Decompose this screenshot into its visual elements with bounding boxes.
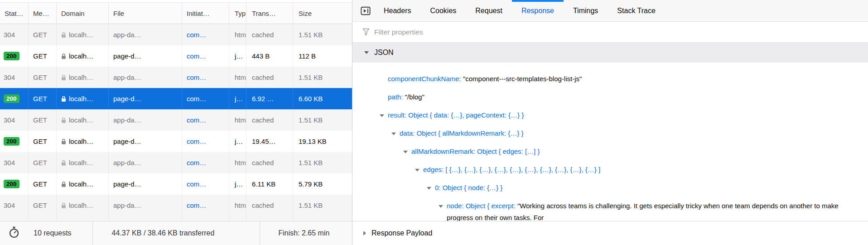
domain-cell: localh… — [57, 45, 109, 67]
status-code: 200 — [4, 94, 19, 103]
json-key: result: Object { data: {…}, pageContext:… — [388, 111, 524, 119]
request-row[interactable]: 304 GET localh… app-da… com… htm cached … — [0, 24, 352, 45]
size-cell: 1.51 KB — [293, 67, 352, 88]
column-header-label: Type — [235, 10, 246, 17]
column-header[interactable]: Trans… — [246, 3, 293, 24]
json-tree-row[interactable]: node: Object { excerpt: "Working across … — [352, 197, 868, 221]
lock-icon — [61, 74, 66, 81]
json-value: "/blog" — [405, 93, 424, 101]
details-tab[interactable]: Response — [512, 0, 564, 21]
expand-twisty-icon[interactable] — [391, 132, 396, 135]
method-cell: GET — [29, 88, 57, 109]
initiator-cell[interactable]: com… — [182, 131, 229, 152]
method-cell: GET — [29, 195, 57, 216]
json-tree-row[interactable]: edges: [ {…}, {…}, {…}, {…}, {…}, {…}, {… — [352, 161, 868, 179]
request-row[interactable]: 200 GET localh… page-d… com… j… 6.92 … 6… — [0, 88, 352, 109]
expand-twisty-icon[interactable] — [439, 205, 443, 208]
size-cell: 1.51 KB — [293, 109, 352, 131]
json-key: componentChunkName: — [388, 75, 461, 83]
lock-icon — [61, 117, 66, 123]
column-header[interactable]: Me… — [29, 3, 57, 24]
request-row[interactable]: 200 GET localh… page-d… com… j… 443 B 11… — [0, 45, 352, 67]
column-header-label: Trans… — [252, 10, 276, 17]
request-row[interactable]: 200 GET localh… page-d… com… j… 6.11 KB … — [0, 173, 352, 195]
properties-filter-row — [352, 22, 868, 43]
status-cell: 304 — [0, 67, 29, 88]
size-cell: 19.13 KB — [293, 131, 352, 152]
column-header[interactable]: Domain — [57, 3, 109, 24]
response-payload-bar[interactable]: Response Payload — [352, 221, 868, 245]
status-code: 304 — [4, 31, 15, 39]
initiator-cell[interactable]: com… — [182, 173, 229, 195]
status-code: 200 — [4, 180, 19, 188]
domain-label: localh… — [69, 31, 93, 39]
tab-label: Headers — [384, 7, 411, 15]
status-code: 304 — [4, 116, 15, 124]
file-cell: app-da… — [109, 67, 182, 88]
domain-cell: localh… — [57, 131, 109, 152]
json-section-header[interactable]: JSON — [352, 43, 868, 63]
lock-icon — [61, 181, 66, 187]
domain-label: localh… — [69, 180, 93, 188]
type-cell: j… — [229, 173, 246, 195]
details-tab[interactable]: Stack Trace — [608, 0, 665, 21]
initiator-cell[interactable]: com… — [182, 195, 229, 216]
json-key: edges: [ {…}, {…}, {…}, {…}, {…}, {…}, {… — [423, 166, 600, 173]
tab-strip: Headers Cookies Request Response Timings — [374, 0, 665, 21]
column-header-label: Stat… — [5, 10, 24, 17]
json-tree-row[interactable]: path: "/blog" — [352, 88, 868, 106]
details-tab[interactable]: Timings — [564, 0, 608, 21]
json-tree-row[interactable]: 0: Object { node: {…} } — [352, 179, 868, 197]
json-tree-row[interactable]: result: Object { data: {…}, pageContext:… — [352, 106, 868, 124]
file-cell: page-d… — [109, 131, 182, 152]
details-tab[interactable]: Request — [466, 0, 512, 21]
filter-funnel-icon — [362, 28, 370, 36]
request-details-panel: Headers Cookies Request Response Timings — [352, 0, 868, 245]
details-tab-bar: Headers Cookies Request Response Timings — [352, 0, 868, 22]
column-header[interactable]: Stat… — [0, 3, 29, 24]
details-tab[interactable]: Headers — [374, 0, 420, 21]
column-header[interactable]: File — [109, 3, 182, 24]
expand-twisty-icon[interactable] — [403, 151, 408, 153]
expand-twisty-icon[interactable] — [427, 187, 431, 190]
initiator-cell[interactable]: com… — [182, 67, 229, 88]
type-cell: j… — [229, 131, 246, 152]
tab-label: Stack Trace — [617, 7, 655, 15]
throttling-stopwatch-icon[interactable] — [8, 226, 20, 240]
initiator-cell[interactable]: com… — [182, 88, 229, 109]
file-cell: app-da… — [109, 195, 182, 216]
lock-icon — [61, 96, 66, 102]
domain-label: localh… — [69, 159, 93, 167]
method-cell: GET — [29, 131, 57, 152]
type-cell: htm — [229, 67, 246, 88]
initiator-cell[interactable]: com… — [182, 24, 229, 45]
request-row[interactable]: 304 GET localh… app-da… com… htm cached … — [0, 195, 352, 216]
method-cell: GET — [29, 24, 57, 45]
filter-properties-input[interactable] — [374, 28, 868, 36]
expand-twisty-icon[interactable] — [415, 169, 420, 172]
json-tree-row[interactable]: data: Object { allMarkdownRemark: {…} } — [352, 124, 868, 142]
request-row[interactable]: 304 GET localh… app-da… com… htm cached … — [0, 152, 352, 173]
request-count: 10 requests — [34, 229, 72, 237]
domain-cell: localh… — [57, 109, 109, 131]
initiator-cell[interactable]: com… — [182, 109, 229, 131]
initiator-cell[interactable]: com… — [182, 45, 229, 67]
request-row[interactable]: 304 GET localh… app-da… com… htm cached … — [0, 109, 352, 131]
file-cell: page-d… — [109, 88, 182, 109]
json-tree-row[interactable]: componentChunkName: "component---src-tem… — [352, 70, 868, 88]
initiator-cell[interactable]: com… — [182, 152, 229, 173]
tab-label: Response — [521, 7, 554, 15]
column-header[interactable]: Initiat… — [182, 3, 229, 24]
request-row-partial[interactable] — [0, 216, 352, 220]
transferred-cell: cached — [246, 195, 293, 216]
collapse-panel-icon[interactable] — [361, 0, 371, 21]
request-row[interactable]: 304 GET localh… app-da… com… htm cached … — [0, 67, 352, 88]
json-tree-row[interactable]: allMarkdownRemark: Object { edges: […] } — [352, 142, 868, 161]
details-tab[interactable]: Cookies — [420, 0, 466, 21]
column-header[interactable]: Size — [293, 3, 352, 24]
column-header[interactable]: Type — [229, 3, 246, 24]
file-cell: page-d… — [109, 173, 182, 195]
json-key: allMarkdownRemark: Object { edges: […] } — [411, 147, 540, 155]
expand-twisty-icon[interactable] — [380, 114, 384, 117]
request-row[interactable]: 200 GET localh… page-d… com… j… 19.45… 1… — [0, 131, 352, 152]
